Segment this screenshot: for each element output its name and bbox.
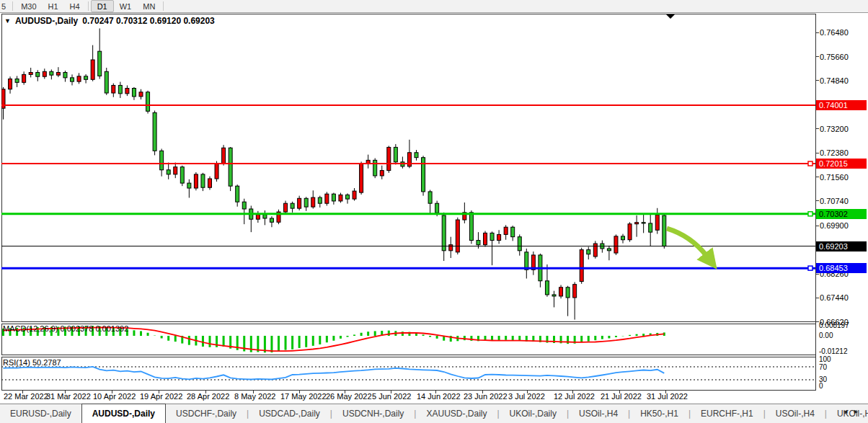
symbol-tab-usoilh4-7[interactable]: USOil-,H4 <box>569 404 628 423</box>
symbol-tab-audusddaily-1[interactable]: AUDUSD-,Daily <box>81 404 166 423</box>
tab-scroll-right-button[interactable]: ► <box>853 408 864 415</box>
symbol-tab-bar: EURUSD-,DailyAUDUSD-,DailyUSDCHF-,Daily|… <box>0 404 868 423</box>
symbol-tab-usoilh4-10[interactable]: USOil-,H4 <box>766 404 825 423</box>
price-line-handle[interactable] <box>808 266 812 270</box>
symbol-tab-usdcnhdaily-4[interactable]: USDCNH-,Daily <box>332 404 414 423</box>
terminal-window: 5M30H1H4D1W1MN ▼ AUDUSD-,Daily 0.70247 0… <box>0 0 868 423</box>
symbol-tab-eurusddaily-0[interactable]: EURUSD-,Daily <box>0 404 81 423</box>
symbol-tab-xauusddaily-5[interactable]: XAUUSD-,Daily <box>416 404 497 423</box>
symbol-tab-eurchfh1-9[interactable]: EURCHF-,H1 <box>691 404 763 423</box>
tab-scroll-buttons: ◄► <box>842 408 864 415</box>
price-line-handle[interactable] <box>808 212 812 216</box>
symbol-tab-usdchfdaily-2[interactable]: USDCHF-,Daily <box>166 404 247 423</box>
price-line-handle[interactable] <box>808 161 812 166</box>
chart-canvas[interactable] <box>0 0 868 423</box>
symbol-tab-usdcaddaily-3[interactable]: USDCAD-,Daily <box>249 404 330 423</box>
tab-scroll-left-button[interactable]: ◄ <box>842 408 853 415</box>
symbol-tab-hk50h1-8[interactable]: HK50-,H1 <box>630 404 688 423</box>
symbol-tab-ukoildaily-6[interactable]: UKOil-,Daily <box>500 404 567 423</box>
